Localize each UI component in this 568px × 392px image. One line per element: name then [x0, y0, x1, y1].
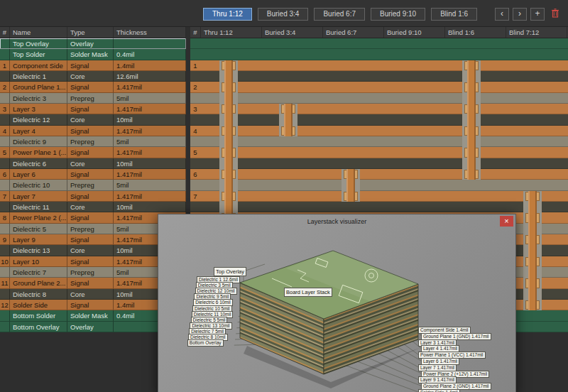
- cell-thickness: 1.417mil: [114, 82, 186, 92]
- cell-name: Layer 6: [10, 169, 67, 180]
- cell-num: [0, 224, 10, 234]
- cell-num: 5: [0, 147, 10, 158]
- column-header: Type: [67, 27, 114, 38]
- cell-num: [0, 310, 10, 321]
- layer-stack-manager: Thru 1:12Buried 3:4Buried 6:7Buried 9:10…: [0, 0, 568, 392]
- layer-band: [190, 202, 568, 212]
- cell-name: Dielectric 9: [10, 136, 67, 147]
- table-row[interactable]: 6Layer 6Signal1.417mil: [0, 169, 186, 180]
- prev-pair-button[interactable]: ‹: [495, 8, 509, 21]
- band-number: 7: [190, 191, 200, 202]
- cell-type: Signal: [67, 191, 114, 202]
- table-row[interactable]: 1Component SideSignal1.4mil: [0, 60, 186, 71]
- cell-name: Top Solder: [10, 49, 67, 60]
- table-row[interactable]: Top SolderSolder Mask0.4mil: [0, 49, 186, 60]
- via-barrel[interactable]: [528, 191, 537, 311]
- span-column-header: Blind 7:12: [506, 27, 567, 38]
- table-row[interactable]: Dielectric 6Core10mil: [0, 158, 186, 169]
- layerstack-visualizer-window: Layerstack visualizer ×: [158, 214, 516, 392]
- cell-name: Bottom Solder: [10, 310, 67, 321]
- cell-thickness: [114, 38, 186, 49]
- table-row[interactable]: Dielectric 10Prepreg5mil: [0, 180, 186, 190]
- cell-type: Solder Mask: [67, 310, 114, 321]
- cell-thickness: 1.4mil: [114, 60, 186, 71]
- window-title[interactable]: Layerstack visualizer: [158, 214, 515, 229]
- layer-band: [190, 49, 568, 60]
- via-barrel[interactable]: [467, 60, 476, 180]
- cell-name: Dielectric 3: [10, 93, 67, 104]
- layer-band: [190, 147, 568, 158]
- cell-num: [0, 49, 10, 60]
- cell-name: Component Side: [10, 60, 67, 71]
- table-row[interactable]: 2Ground Plane 1...Signal1.417mil: [0, 82, 186, 92]
- cell-thickness: 10mil: [114, 202, 186, 212]
- cell-type: Signal: [67, 104, 114, 114]
- table-row[interactable]: Dielectric 12Core10mil: [0, 114, 186, 125]
- table-row[interactable]: Dielectric 9Prepreg5mil: [0, 136, 186, 147]
- delete-pair-button[interactable]: [548, 8, 562, 21]
- top-overlay-label: Top Overlay: [214, 267, 246, 276]
- band-number: 2: [190, 82, 200, 92]
- layer-band: [190, 38, 568, 49]
- cell-num: 4: [0, 126, 10, 136]
- span-column-header: Buried 9:10: [384, 27, 445, 38]
- via-barrel[interactable]: [346, 169, 355, 202]
- layer-band: [190, 82, 568, 92]
- add-pair-button[interactable]: +: [530, 8, 545, 21]
- layer-band: [190, 104, 568, 114]
- drill-pair-tabs: Thru 1:12Buried 3:4Buried 6:7Buried 9:10…: [203, 8, 477, 21]
- table-row[interactable]: 4Layer 4Signal1.417mil: [0, 126, 186, 136]
- table-row[interactable]: 3Layer 3Signal1.417mil: [0, 104, 186, 114]
- toolbar-buttons: ‹ › +: [495, 8, 562, 21]
- copper-callout: Solder Side 1.4mil: [418, 389, 460, 392]
- close-icon[interactable]: ×: [500, 216, 513, 227]
- cell-type: Core: [67, 114, 114, 125]
- cell-thickness: 5mil: [114, 93, 186, 104]
- drill-pair-toolbar: Thru 1:12Buried 3:4Buried 6:7Buried 9:10…: [0, 0, 568, 27]
- cell-num: 3: [0, 104, 10, 114]
- cell-thickness: 1.417mil: [114, 147, 186, 158]
- cell-num: [0, 136, 10, 147]
- cell-num: 12: [0, 300, 10, 310]
- trash-icon: [551, 9, 559, 21]
- cell-name: Layer 10: [10, 256, 67, 267]
- cell-name: Bottom Overlay: [10, 322, 67, 332]
- span-column-header: #: [190, 27, 201, 38]
- cell-num: 2: [0, 82, 10, 92]
- table-row[interactable]: Dielectric 11Core10mil: [0, 202, 186, 212]
- table-row[interactable]: 7Layer 7Signal1.417mil: [0, 191, 186, 202]
- next-pair-button[interactable]: ›: [513, 8, 527, 21]
- tab-drill-pair[interactable]: Buried 3:4: [258, 8, 309, 21]
- cell-name: Dielectric 13: [10, 245, 67, 256]
- cell-num: [0, 245, 10, 256]
- cell-type: Signal: [67, 60, 114, 71]
- cell-num: [0, 158, 10, 169]
- tab-drill-pair[interactable]: Buried 6:7: [314, 8, 365, 21]
- cell-num: [0, 114, 10, 125]
- cell-type: Overlay: [67, 322, 114, 332]
- cell-num: 6: [0, 169, 10, 180]
- cell-type: Prepreg: [67, 180, 114, 190]
- band-number: 4: [190, 126, 200, 136]
- cell-name: Dielectric 10: [10, 180, 67, 190]
- cell-name: Layer 7: [10, 191, 67, 202]
- table-row[interactable]: Dielectric 1Core12.6mil: [0, 71, 186, 82]
- tab-drill-pair[interactable]: Thru 1:12: [203, 8, 252, 21]
- tab-drill-pair[interactable]: Buried 9:10: [371, 8, 425, 21]
- cell-type: Signal: [67, 126, 114, 136]
- column-header: Name: [10, 27, 67, 38]
- table-row[interactable]: Top OverlayOverlay: [0, 38, 186, 49]
- cell-type: Prepreg: [67, 224, 114, 234]
- cell-type: Signal: [67, 256, 114, 267]
- via-barrel[interactable]: [284, 104, 293, 136]
- layer-band: [190, 191, 568, 202]
- cell-name: Dielectric 12: [10, 114, 67, 125]
- cell-type: Core: [67, 202, 114, 212]
- cell-type: Core: [67, 158, 114, 169]
- table-row[interactable]: Dielectric 3Prepreg5mil: [0, 93, 186, 104]
- tab-drill-pair[interactable]: Blind 1:6: [431, 8, 477, 21]
- table-row[interactable]: 5Power Plane 1 (...Signal1.417mil: [0, 147, 186, 158]
- cell-thickness: 10mil: [114, 114, 186, 125]
- cell-num: [0, 322, 10, 332]
- cell-type: Overlay: [67, 38, 114, 49]
